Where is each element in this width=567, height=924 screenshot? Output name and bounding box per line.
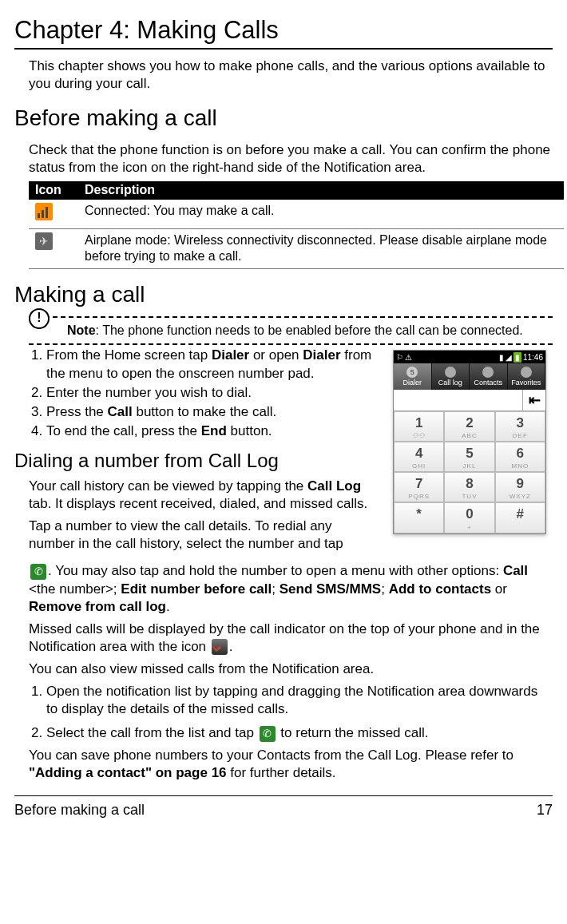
intro-text: This chapter shows you how to make phone… [29, 58, 553, 93]
before-body: Check that the phone function is on befo… [29, 141, 553, 176]
list-item: Open the notification list by tapping an… [46, 683, 553, 718]
dialer-tabs: 5Dialer Call log Contacts Favorites [394, 363, 545, 390]
table-row: Airplane mode: Wireless connectivity dis… [29, 228, 564, 269]
keypad: 1⚇⚇ 2ABC 3DEF 4GHI 5JKL 6MNO 7PQRS 8TUV … [394, 411, 545, 533]
connected-desc: Connected: You may make a call. [78, 200, 564, 228]
status-icon-table: Icon Description Connected: You may make… [29, 181, 564, 269]
key-0[interactable]: 0+ [444, 502, 494, 533]
making-heading: Making a call [14, 280, 553, 309]
missed-call-icon [212, 639, 228, 655]
key-hash[interactable]: # [495, 502, 545, 533]
page-number: 17 [537, 801, 553, 819]
calllog-p5: You can also view missed calls from the … [29, 660, 553, 678]
notification-steps: Open the notification list by tapping an… [29, 683, 553, 742]
call-icon [30, 564, 46, 580]
note-block: ! Note: The phone function needs to be e… [29, 316, 553, 346]
airplane-icon [35, 232, 53, 250]
page-footer: Before making a call 17 [14, 795, 553, 819]
tab-dialer[interactable]: 5Dialer [394, 363, 432, 390]
call-icon [260, 726, 276, 742]
key-1[interactable]: 1⚇⚇ [394, 411, 444, 442]
sd-icon: ▮ [499, 352, 504, 363]
warning-icon: ⚠ [405, 352, 412, 363]
clock: 11:46 [523, 352, 543, 363]
key-2[interactable]: 2ABC [444, 411, 494, 442]
airplane-desc: Airplane mode: Wireless connectivity dis… [78, 228, 564, 269]
calllog-p4: Missed calls will be displayed by the ca… [29, 621, 553, 656]
backspace-button[interactable]: ⇤ [522, 390, 545, 410]
signal-small-icon: ◢ [506, 352, 512, 363]
chapter-title: Chapter 4: Making Calls [14, 14, 553, 50]
alert-icon: ! [29, 308, 50, 329]
key-8[interactable]: 8TUV [444, 472, 494, 502]
tab-contacts[interactable]: Contacts [470, 363, 508, 390]
list-item: Select the call from the list and tap to… [46, 724, 553, 742]
key-5[interactable]: 5JKL [444, 442, 494, 472]
number-display: ⇤ [394, 390, 545, 411]
calllog-p6: You can save phone numbers to your Conta… [29, 747, 553, 782]
note-label: Note [67, 323, 96, 337]
note-body: : The phone function needs to be enabled… [96, 323, 523, 337]
calllog-p3: . You may also tap and hold the number t… [29, 562, 553, 615]
table-row: Connected: You may make a call. [29, 200, 564, 228]
signal-icon [35, 203, 53, 220]
tab-call-log[interactable]: Call log [432, 363, 470, 390]
footer-left: Before making a call [14, 801, 145, 819]
notification-icon: ⚐ [396, 352, 403, 363]
dialer-screenshot: ⚐⚠ ▮◢▮11:46 5Dialer Call log Contacts Fa… [393, 350, 546, 533]
battery-icon: ▮ [513, 352, 521, 363]
col-icon: Icon [29, 181, 78, 200]
col-description: Description [78, 181, 564, 200]
key-7[interactable]: 7PQRS [394, 472, 444, 502]
before-heading: Before making a call [14, 104, 553, 133]
tab-favorites[interactable]: Favorites [508, 363, 546, 390]
key-6[interactable]: 6MNO [495, 442, 545, 472]
key-3[interactable]: 3DEF [495, 411, 545, 442]
key-9[interactable]: 9WXYZ [495, 472, 545, 502]
statusbar: ⚐⚠ ▮◢▮11:46 [394, 351, 545, 363]
tab-badge: 5 [406, 367, 418, 378]
key-4[interactable]: 4GHI [394, 442, 444, 472]
key-star[interactable]: * [394, 502, 444, 533]
